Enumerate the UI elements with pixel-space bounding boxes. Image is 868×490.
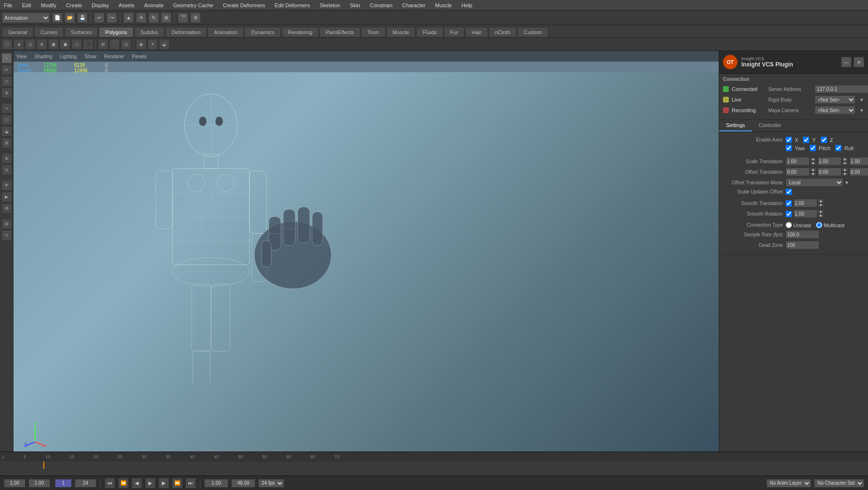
3d-scene[interactable]: Y X Z [13, 72, 719, 451]
paint-btn[interactable]: ✏ [1, 64, 12, 75]
sample-rate-input[interactable] [786, 230, 819, 239]
smooth-rot-input[interactable] [793, 209, 817, 218]
menu-create-deformers[interactable]: Create Deformers [221, 1, 267, 9]
menu-character[interactable]: Character [400, 1, 427, 9]
panel-minimize-btn[interactable]: — [841, 57, 852, 67]
menu-edit-deformers[interactable]: Edit Deformers [273, 1, 312, 9]
ot-up-1[interactable]: ▲ [810, 168, 816, 172]
prev-frame-btn[interactable]: ◀ [132, 478, 142, 489]
scale-updates-checkbox[interactable] [786, 189, 792, 195]
frame-field[interactable] [55, 479, 72, 488]
rigid-body-select[interactable]: <Not Set> [815, 95, 855, 104]
st-input-1[interactable] [786, 157, 810, 166]
rotate-tool[interactable]: ◎ [25, 39, 36, 50]
tab-painteffects[interactable]: PaintEffects [319, 27, 360, 37]
tab-general[interactable]: General [2, 27, 33, 37]
ot-input-3[interactable] [849, 168, 868, 176]
transform-btn[interactable]: ⊕ [1, 88, 12, 98]
roll-checkbox[interactable] [835, 145, 842, 151]
st-down-1[interactable]: ▼ [810, 161, 816, 166]
go-to-start-btn[interactable]: ⏮ [105, 478, 115, 489]
show-hide-btn[interactable]: 👁 [1, 180, 12, 191]
playhead[interactable] [43, 462, 44, 469]
tab-fur[interactable]: Fur [444, 27, 465, 37]
tab-deformation[interactable]: Deformation [165, 27, 207, 37]
undo-btn[interactable]: ↩ [94, 13, 105, 23]
current-time-field[interactable] [28, 479, 50, 488]
misc-btn[interactable]: ⚙ [1, 203, 12, 214]
new-scene-btn[interactable]: 📄 [52, 13, 63, 23]
end-frame-field[interactable] [75, 479, 96, 488]
fps-select[interactable]: 24 fps 30 fps [258, 479, 284, 488]
tab-custom[interactable]: Custom [517, 27, 548, 37]
settings-btn[interactable]: ⚙ [190, 13, 201, 23]
tab-controller[interactable]: Controller [752, 120, 789, 131]
select-btn[interactable]: ▲ [123, 13, 134, 23]
poly-tool3[interactable]: ◻ [71, 39, 82, 50]
annotation-btn[interactable]: ✎ [1, 230, 12, 241]
move-btn[interactable]: ✛ [136, 13, 146, 23]
snap-curve[interactable]: ⌒ [109, 39, 120, 50]
move-tool[interactable]: ◈ [13, 39, 24, 50]
vp-menu-view[interactable]: View [16, 54, 27, 59]
poly-tool4[interactable]: ⬛ [83, 39, 93, 50]
poly-btn[interactable]: ⬡ [1, 115, 12, 125]
tab-subdvs[interactable]: Subdvs [134, 27, 165, 37]
sr-up[interactable]: ▲ [817, 209, 824, 214]
vp-menu-panels[interactable]: Panels [132, 54, 147, 59]
tab-rendering[interactable]: Rendering [282, 27, 319, 37]
st-input-2[interactable] [817, 157, 842, 166]
menu-muscle[interactable]: Muscle [433, 1, 454, 9]
menu-create[interactable]: Create [64, 1, 84, 9]
vp-menu-lighting[interactable]: Lighting [60, 54, 77, 59]
tab-fluids[interactable]: Fluids [416, 27, 443, 37]
redo-btn[interactable]: ↪ [106, 13, 117, 23]
select-tool[interactable]: ⬡ [2, 39, 13, 50]
deform-btn[interactable]: ⊞ [1, 138, 12, 148]
offset-mode-select[interactable]: Local World [786, 178, 843, 187]
start-time-field[interactable] [4, 479, 26, 488]
ot-down-2[interactable]: ▼ [842, 172, 848, 176]
ot-down-1[interactable]: ▼ [810, 172, 816, 176]
x-checkbox[interactable] [786, 137, 792, 143]
st-up-1[interactable]: ▲ [810, 157, 816, 161]
ot-input-2[interactable] [817, 168, 842, 176]
tab-animation[interactable]: Animation [208, 27, 244, 37]
st-down[interactable]: ▼ [817, 203, 824, 207]
go-to-end-btn[interactable]: ⏭ [185, 478, 196, 489]
menu-file[interactable]: File [2, 1, 14, 9]
menu-edit[interactable]: Edit [20, 1, 33, 9]
tab-ncloth[interactable]: nCloth [489, 27, 517, 37]
multicast-radio[interactable] [816, 222, 822, 228]
sculpt-btn[interactable]: ◒ [1, 126, 12, 137]
menu-animate[interactable]: Animate [142, 1, 165, 9]
vp-menu-shading[interactable]: Shading [35, 54, 53, 59]
server-address-input[interactable] [815, 85, 868, 93]
y-checkbox[interactable] [803, 137, 809, 143]
menu-skeleton[interactable]: Skeleton [318, 1, 342, 9]
maya-camera-select[interactable]: <Not Set> [815, 106, 855, 115]
poly-tool2[interactable]: ◼ [60, 39, 70, 50]
curve-btn[interactable]: ∿ [1, 103, 12, 114]
joint-btn[interactable]: ⊗ [1, 153, 12, 164]
unicast-radio[interactable] [786, 222, 792, 228]
smooth-trans-checkbox[interactable] [786, 200, 792, 206]
viewport[interactable]: View Shading Lighting Show Renderer Pane… [13, 51, 719, 451]
light-tool[interactable]: ☀ [147, 39, 158, 50]
menu-help[interactable]: Help [460, 1, 474, 9]
rotate-btn[interactable]: ↻ [148, 13, 159, 23]
render-lt-btn[interactable]: ▶ [1, 192, 12, 202]
range-end-field[interactable] [231, 479, 255, 488]
menu-skin[interactable]: Skin [348, 1, 362, 9]
camera-tool[interactable]: ◉ [136, 39, 146, 50]
step-back-btn[interactable]: ⏪ [118, 478, 129, 489]
tab-surfaces[interactable]: Surfaces [65, 27, 98, 37]
range-start-field[interactable] [204, 479, 228, 488]
st-input-3[interactable] [849, 157, 868, 166]
play-btn[interactable]: ▶ [145, 478, 156, 489]
panel-close-btn[interactable]: ✕ [854, 57, 864, 67]
char-set-select[interactable]: No Character Set [814, 479, 864, 488]
snap-grid[interactable]: ⊞ [98, 39, 108, 50]
next-frame-btn[interactable]: ▶ [158, 478, 169, 489]
smooth-rot-checkbox[interactable] [786, 211, 792, 217]
